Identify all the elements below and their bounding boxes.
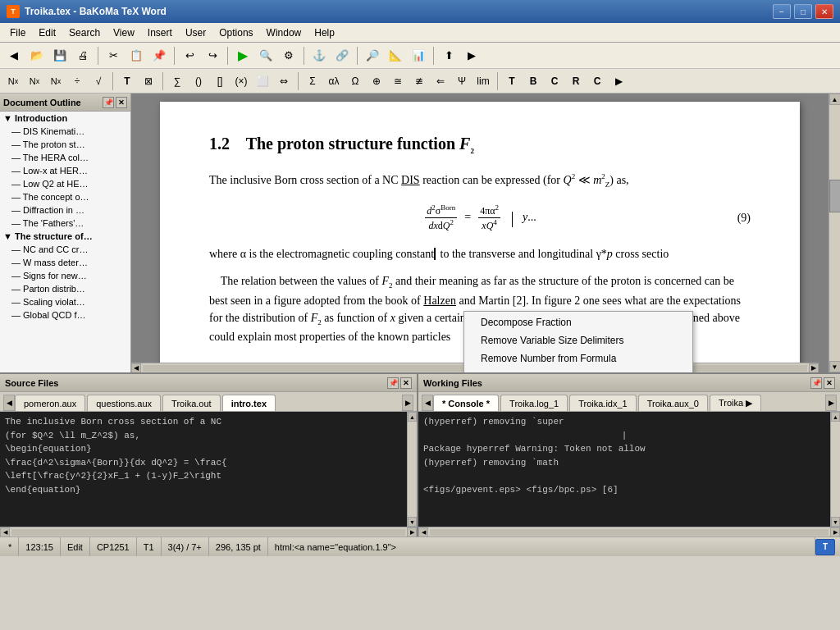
scroll-down-button[interactable]: ▼ (829, 361, 841, 372)
outline-item[interactable]: — NC and CC cr… (0, 243, 130, 256)
source-scroll-left[interactable]: ◀ (0, 527, 10, 537)
outline-item[interactable]: — The HERA col… (0, 151, 130, 164)
console-h-scrollbar[interactable]: ◀ ▶ (418, 527, 840, 536)
source-scroll-down[interactable]: ▼ (408, 517, 417, 527)
math-T-btn[interactable]: T (117, 71, 137, 91)
up-button[interactable]: ⬆ (438, 45, 459, 66)
outline-item[interactable]: — Diffraction in … (0, 203, 130, 217)
console-scroll-up[interactable]: ▲ (831, 412, 840, 422)
menu-view[interactable]: View (107, 24, 141, 42)
working-tabs-right[interactable]: ▶ (825, 395, 837, 411)
source-content[interactable]: The inclusive Born cross section of a NC… (0, 412, 407, 527)
math-T2-btn[interactable]: T (502, 71, 522, 91)
source-scroll-up[interactable]: ▲ (408, 412, 417, 422)
math-x-btn[interactable]: (×) (231, 71, 251, 91)
vertical-scrollbar[interactable]: ▲ ▼ (829, 94, 840, 372)
minimize-button[interactable]: − (773, 4, 791, 19)
tab-troika-log[interactable]: Troika.log_1 (500, 395, 568, 411)
source-scrollbar[interactable]: ▲ ▼ (407, 412, 417, 527)
outline-item[interactable]: — The proton st… (0, 138, 130, 151)
chart-button[interactable]: 📊 (408, 45, 429, 66)
zoom-out-button[interactable]: 🔎 (362, 45, 383, 66)
search-button[interactable]: 🔍 (255, 45, 276, 66)
math-sigma-btn[interactable]: Σ (303, 71, 322, 91)
menu-window[interactable]: Window (260, 24, 308, 42)
tab-pomeron-aux[interactable]: pomeron.aux (15, 395, 85, 411)
tab-troika-aux0[interactable]: Troika.aux_0 (638, 395, 708, 411)
outline-pin-button[interactable]: 📌 (103, 97, 114, 108)
outline-item[interactable]: — Low-x at HER… (0, 164, 130, 177)
settings-button[interactable]: ⚙ (278, 45, 299, 66)
outline-item[interactable]: — Signs for new… (0, 269, 130, 282)
console-scroll-left[interactable]: ◀ (418, 527, 428, 537)
working-panel-close[interactable]: ✕ (824, 377, 835, 389)
tab-console[interactable]: * Console * (433, 395, 499, 411)
outline-close-button[interactable]: ✕ (116, 97, 127, 108)
outline-item[interactable]: — The concept o… (0, 190, 130, 203)
source-panel-pin[interactable]: 📌 (387, 377, 399, 389)
math-nx2-btn[interactable]: Nx (25, 71, 44, 91)
math-alpha-btn[interactable]: αλ (324, 71, 344, 91)
math-C2-btn[interactable]: C (587, 71, 607, 91)
ruler-button[interactable]: 📐 (385, 45, 406, 66)
undo-button[interactable]: ↩ (179, 45, 200, 66)
console-scroll-down[interactable]: ▼ (831, 517, 840, 527)
source-h-scrollbar[interactable]: ◀ ▶ (0, 527, 417, 536)
math-more-btn[interactable]: ▶ (609, 71, 628, 91)
menu-help[interactable]: Help (308, 24, 341, 42)
outline-item[interactable]: — The 'Fathers'… (0, 217, 130, 230)
save-button[interactable]: 💾 (49, 45, 71, 66)
run-button[interactable]: ▶ (232, 45, 253, 66)
anchor-button[interactable]: ⚓ (308, 45, 330, 66)
menu-edit[interactable]: Edit (32, 24, 62, 42)
scroll-left-button[interactable]: ◀ (131, 363, 141, 373)
working-panel-pin[interactable]: 📌 (810, 377, 822, 389)
math-ncong-btn[interactable]: ≇ (409, 71, 429, 91)
scroll-right-button[interactable]: ▶ (809, 363, 819, 373)
math-sqrt-btn[interactable]: √ (89, 71, 108, 91)
print-button[interactable]: 🖨 (72, 45, 94, 66)
math-cong-btn[interactable]: ≅ (388, 71, 408, 91)
outline-item[interactable]: ▼ Introduction (0, 112, 130, 125)
more-button[interactable]: ▶ (461, 45, 482, 66)
math-B-btn[interactable]: B (523, 71, 543, 91)
source-panel-close[interactable]: ✕ (400, 377, 412, 389)
source-tabs-left[interactable]: ◀ (3, 395, 15, 411)
outline-item[interactable]: ▼ The structure of… (0, 230, 130, 243)
scroll-thumb[interactable] (829, 180, 841, 212)
document-view[interactable]: 1.2 The proton structure function F2 The… (131, 94, 829, 372)
math-omega-btn[interactable]: Ω (345, 71, 365, 91)
math-brack-btn[interactable]: [] (210, 71, 230, 91)
math-psi-btn[interactable]: Ψ (452, 71, 472, 91)
math-box-btn[interactable]: ⬜ (253, 71, 272, 91)
math-R-btn[interactable]: R (566, 71, 586, 91)
math-nx-btn[interactable]: Nx (3, 71, 23, 91)
back-button[interactable]: ◀ (3, 45, 25, 66)
math-paren-btn[interactable]: () (189, 71, 208, 91)
math-lim-btn[interactable]: lim (473, 71, 493, 91)
tab-troika-out[interactable]: Troika.out (162, 395, 221, 411)
copy-button[interactable]: 📋 (126, 45, 147, 66)
math-xbox-btn[interactable]: ⊠ (139, 71, 158, 91)
close-button[interactable]: ✕ (815, 4, 833, 19)
outline-item[interactable]: — Parton distrib… (0, 282, 130, 295)
console-content[interactable]: (hyperref) removing `super | Package hyp… (418, 412, 830, 527)
tab-troika-more[interactable]: Troika ▶ (710, 395, 761, 411)
console-scroll-right[interactable]: ▶ (830, 527, 840, 537)
ctx-remove-delimiters[interactable]: Remove Variable Size Delimiters (464, 331, 692, 349)
ctx-delete-formula[interactable]: Delete Display Math Formula (464, 368, 692, 372)
tab-questions-aux[interactable]: questions.aux (87, 395, 161, 411)
math-frac-btn[interactable]: ÷ (67, 71, 87, 91)
tab-intro-tex[interactable]: intro.tex (222, 395, 276, 411)
math-nx3-btn[interactable]: Nx (46, 71, 66, 91)
ctx-decompose-fraction[interactable]: Decompose Fraction (464, 313, 692, 331)
menu-file[interactable]: File (3, 24, 32, 42)
outline-scroll[interactable]: ▼ Introduction — DIS Kinemati… — The pro… (0, 112, 130, 372)
outline-item[interactable]: — Scaling violat… (0, 295, 130, 308)
source-scroll-right[interactable]: ▶ (407, 527, 417, 537)
outline-item[interactable]: — Low Q2 at HE… (0, 177, 130, 190)
ctx-remove-number[interactable]: Remove Number from Formula (464, 349, 692, 368)
math-arr-btn[interactable]: ⇔ (274, 71, 294, 91)
tab-troika-idx[interactable]: Troika.idx_1 (569, 395, 637, 411)
menu-user[interactable]: User (179, 24, 212, 42)
